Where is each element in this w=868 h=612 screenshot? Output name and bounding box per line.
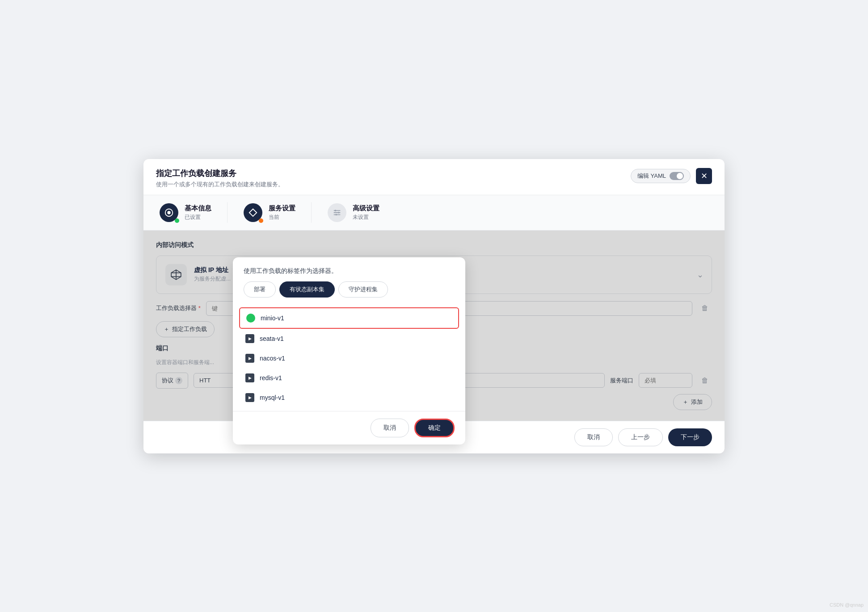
mysql-label: mysql-v1 [260, 394, 285, 401]
step-advanced-icon [328, 203, 346, 222]
step-basic-icon [160, 203, 178, 222]
nacos-label: nacos-v1 [260, 355, 285, 362]
close-icon: ✕ [701, 171, 708, 181]
step-basic-status: 已设置 [185, 214, 211, 221]
footer-cancel-button[interactable]: 取消 [574, 428, 613, 446]
step-advanced-label: 高级设置 [353, 204, 379, 213]
step-advanced[interactable]: 高级设置 未设置 [312, 195, 396, 230]
mysql-icon: ▶ [245, 393, 254, 402]
steps-bar: 基本信息 已设置 服务设置 当前 [143, 195, 725, 231]
svg-point-13 [249, 316, 253, 320]
popup-tabs: 部署 有状态副本集 守护进程集 [233, 281, 465, 304]
step-basic-dot [175, 218, 179, 223]
modal-header: 指定工作负载创建服务 使用一个或多个现有的工作负载创建来创建服务。 编辑 YAM… [143, 159, 725, 195]
step-basic[interactable]: 基本信息 已设置 [143, 195, 228, 230]
list-item-seata[interactable]: ▶ seata-v1 [239, 329, 459, 348]
step-service[interactable]: 服务设置 当前 [228, 195, 312, 230]
header-text: 指定工作负载创建服务 使用一个或多个现有的工作负载创建来创建服务。 [156, 168, 284, 189]
svg-point-6 [335, 210, 337, 211]
svg-point-7 [338, 212, 340, 214]
step-service-info: 服务设置 当前 [269, 204, 295, 221]
list-item-nacos[interactable]: ▶ nacos-v1 [239, 348, 459, 368]
tab-daemonset[interactable]: 守护进程集 [338, 281, 388, 298]
list-item-minio[interactable]: minio-v1 [239, 307, 459, 329]
step-advanced-status: 未设置 [353, 214, 379, 221]
svg-marker-2 [249, 209, 257, 216]
seata-label: seata-v1 [260, 335, 284, 342]
workload-popup: 使用工作负载的标签作为选择器。 部署 有状态副本集 守护进程集 mini [233, 257, 465, 444]
watermark: CSDN @qnnap [830, 602, 864, 608]
sliders-icon [332, 208, 342, 218]
step-service-dot [259, 218, 263, 223]
svg-point-1 [167, 211, 170, 214]
list-item-mysql[interactable]: ▶ mysql-v1 [239, 388, 459, 407]
footer-next-button[interactable]: 下一步 [668, 428, 712, 446]
popup-overlay: 使用工作负载的标签作为选择器。 部署 有状态副本集 守护进程集 mini [143, 231, 725, 421]
step-service-icon [244, 203, 262, 222]
seata-icon: ▶ [245, 334, 254, 343]
modal-title: 指定工作负载创建服务 [156, 168, 284, 179]
main-modal: 指定工作负载创建服务 使用一个或多个现有的工作负载创建来创建服务。 编辑 YAM… [143, 159, 725, 453]
popup-cancel-button[interactable]: 取消 [371, 419, 409, 437]
popup-confirm-button[interactable]: 确定 [414, 419, 455, 437]
yaml-toggle-button[interactable]: 编辑 YAML [631, 169, 691, 183]
tab-statefulset[interactable]: 有状态副本集 [279, 281, 335, 298]
footer-prev-button[interactable]: 上一步 [618, 428, 663, 446]
tab-deployment[interactable]: 部署 [244, 281, 276, 298]
minio-label: minio-v1 [261, 314, 284, 322]
redis-icon: ▶ [245, 373, 254, 382]
yaml-toggle-label: 编辑 YAML [637, 172, 666, 180]
nacos-icon: ▶ [245, 354, 254, 363]
step-basic-info: 基本信息 已设置 [185, 204, 211, 221]
popup-description: 使用工作负载的标签作为选择器。 [233, 257, 465, 281]
circle-icon [164, 208, 174, 218]
step-service-label: 服务设置 [269, 204, 295, 213]
close-button[interactable]: ✕ [696, 168, 712, 184]
header-actions: 编辑 YAML ✕ [631, 168, 712, 184]
modal-body: 内部访问模式 虚拟 IP 地址 为服务分配虚... ⌄ 工作负载选择器 * [143, 231, 725, 421]
redis-label: redis-v1 [260, 374, 282, 381]
popup-footer: 取消 确定 [233, 411, 465, 444]
diamond-icon [248, 208, 258, 218]
toggle-switch-icon [670, 172, 684, 180]
minio-status-icon [246, 314, 255, 323]
list-item-redis[interactable]: ▶ redis-v1 [239, 368, 459, 388]
step-service-status: 当前 [269, 214, 295, 221]
step-basic-label: 基本信息 [185, 204, 211, 213]
popup-list: minio-v1 ▶ seata-v1 ▶ nacos-v1 ▶ [233, 304, 465, 411]
modal-subtitle: 使用一个或多个现有的工作负载创建来创建服务。 [156, 180, 284, 189]
svg-point-8 [335, 214, 337, 215]
step-advanced-info: 高级设置 未设置 [353, 204, 379, 221]
